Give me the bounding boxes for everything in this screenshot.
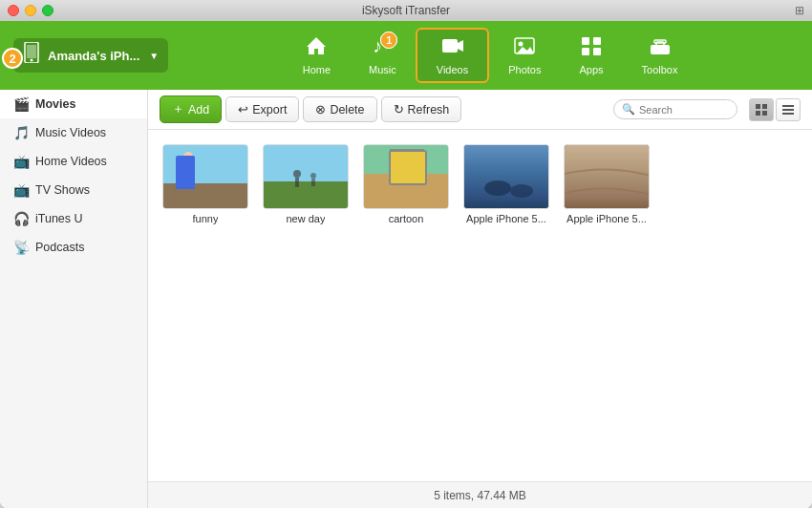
sidebar-item-itunes-u[interactable]: 🎧 iTunes U bbox=[0, 204, 147, 233]
sidebar-movies-label: Movies bbox=[35, 97, 75, 111]
svg-rect-29 bbox=[264, 181, 349, 209]
svg-rect-39 bbox=[464, 145, 549, 209]
video-item-funny[interactable]: funny bbox=[162, 144, 248, 224]
delete-icon: ⊗ bbox=[315, 102, 326, 116]
itunes-icon: 🎧 bbox=[13, 211, 30, 226]
toolbar: 2 Amanda's iPh... ▼ Ho bbox=[0, 21, 812, 90]
tab-videos-label: Videos bbox=[437, 64, 468, 75]
content-area: ＋ Add ↩ Export ⊗ Delete ↻ Refresh 🔍 bbox=[148, 90, 812, 508]
export-button[interactable]: ↩ Export bbox=[225, 96, 299, 122]
svg-point-27 bbox=[183, 152, 193, 161]
svg-rect-11 bbox=[593, 37, 601, 45]
svg-rect-36 bbox=[391, 150, 423, 183]
video-label-funny: funny bbox=[193, 213, 219, 224]
main-layout: 🎬 Movies 🎵 Music Videos 📺 Home Videos 📺 … bbox=[0, 90, 812, 508]
tab-music-label: Music bbox=[369, 64, 396, 75]
video-thumb-newday bbox=[263, 144, 349, 209]
grid-view-button[interactable] bbox=[749, 98, 774, 121]
close-button[interactable] bbox=[8, 5, 19, 16]
toolbox-icon bbox=[649, 35, 672, 62]
svg-marker-3 bbox=[307, 37, 326, 54]
status-text: 5 items, 47.44 MB bbox=[434, 489, 526, 502]
video-thumb-iphone1 bbox=[463, 144, 549, 209]
video-item-iphone1[interactable]: Apple iPhone 5... bbox=[463, 144, 549, 224]
export-label: Export bbox=[252, 103, 287, 116]
titlebar: iSkysoft iTransfer ⊞ bbox=[0, 0, 812, 21]
svg-rect-24 bbox=[163, 145, 248, 183]
delete-label: Delete bbox=[330, 103, 364, 116]
tab-home[interactable]: Home bbox=[284, 30, 350, 81]
refresh-button[interactable]: ↻ Refresh bbox=[381, 96, 462, 122]
minimize-button[interactable] bbox=[25, 5, 36, 16]
svg-rect-37 bbox=[395, 155, 403, 162]
svg-point-30 bbox=[293, 170, 301, 178]
svg-rect-28 bbox=[264, 145, 349, 181]
svg-rect-18 bbox=[762, 104, 767, 109]
tab-photos[interactable]: Photos bbox=[489, 30, 560, 81]
device-name: Amanda's iPh... bbox=[48, 49, 139, 63]
tab-toolbox-label: Toolbox bbox=[642, 64, 678, 75]
sidebar: 🎬 Movies 🎵 Music Videos 📺 Home Videos 📺 … bbox=[0, 90, 148, 508]
sidebar-item-home-videos[interactable]: 📺 Home Videos bbox=[0, 147, 147, 176]
svg-rect-13 bbox=[593, 48, 601, 55]
add-label: Add bbox=[188, 103, 209, 116]
tv-icon: 📺 bbox=[13, 182, 30, 198]
sidebar-item-movies[interactable]: 🎬 Movies bbox=[0, 90, 147, 118]
status-bar: 5 items, 47.44 MB bbox=[148, 481, 812, 508]
search-box[interactable]: 🔍 bbox=[613, 99, 737, 119]
svg-point-8 bbox=[519, 42, 524, 47]
maximize-button[interactable] bbox=[42, 5, 53, 16]
export-icon: ↩ bbox=[238, 102, 248, 116]
video-item-newday[interactable]: new day bbox=[263, 144, 349, 224]
svg-rect-35 bbox=[364, 174, 449, 209]
sidebar-tv-shows-label: TV Shows bbox=[35, 183, 90, 197]
svg-rect-19 bbox=[756, 111, 760, 116]
music-icon: ♪ 1 1 bbox=[371, 35, 394, 62]
sidebar-item-tv-shows[interactable]: 📺 TV Shows bbox=[0, 176, 147, 204]
refresh-icon: ↻ bbox=[394, 102, 404, 116]
video-item-cartoon[interactable]: cartoon bbox=[363, 144, 449, 224]
sidebar-itunes-label: iTunes U bbox=[35, 212, 83, 225]
sidebar-item-music-videos[interactable]: 🎵 Music Videos bbox=[0, 118, 147, 147]
sidebar-item-podcasts[interactable]: 📡 Podcasts bbox=[0, 233, 147, 262]
apps-icon bbox=[580, 35, 603, 62]
music-video-icon: 🎵 bbox=[13, 125, 30, 140]
svg-point-41 bbox=[510, 184, 533, 198]
svg-rect-33 bbox=[311, 179, 315, 186]
search-icon: 🔍 bbox=[622, 103, 635, 116]
svg-rect-25 bbox=[163, 183, 248, 209]
nav-tabs: Home ♪ 1 1 Music bbox=[178, 28, 802, 83]
video-label-iphone2: Apple iPhone 5... bbox=[566, 213, 647, 224]
tab-apps[interactable]: Apps bbox=[560, 30, 622, 81]
action-bar: ＋ Add ↩ Export ⊗ Delete ↻ Refresh 🔍 bbox=[148, 90, 812, 130]
list-view-button[interactable] bbox=[776, 98, 801, 121]
video-label-newday: new day bbox=[287, 213, 326, 224]
add-button[interactable]: ＋ Add bbox=[160, 95, 222, 123]
window-icon: ⊞ bbox=[795, 4, 804, 17]
sidebar-music-videos-label: Music Videos bbox=[35, 126, 106, 139]
svg-point-32 bbox=[310, 173, 316, 179]
tab-photos-label: Photos bbox=[508, 64, 541, 75]
svg-point-2 bbox=[31, 59, 33, 62]
refresh-label: Refresh bbox=[408, 103, 450, 116]
video-thumb-funny bbox=[162, 144, 248, 209]
home-icon bbox=[305, 35, 328, 62]
svg-rect-34 bbox=[364, 145, 449, 174]
tab-toolbox[interactable]: Toolbox bbox=[623, 30, 697, 81]
delete-button[interactable]: ⊗ Delete bbox=[303, 96, 376, 122]
device-phone-icon bbox=[23, 42, 40, 69]
svg-marker-9 bbox=[517, 47, 534, 53]
svg-rect-17 bbox=[756, 104, 760, 109]
video-item-iphone2[interactable]: Apple iPhone 5... bbox=[564, 144, 650, 224]
music-badge: 1 bbox=[380, 32, 397, 49]
search-input[interactable] bbox=[639, 104, 725, 116]
dropdown-arrow-icon: ▼ bbox=[149, 51, 159, 61]
film-icon: 🎬 bbox=[13, 96, 30, 112]
svg-rect-22 bbox=[782, 109, 794, 111]
photos-icon bbox=[513, 35, 536, 62]
podcast-icon: 📡 bbox=[13, 240, 30, 255]
tab-videos[interactable]: Videos bbox=[416, 28, 489, 83]
device-selector[interactable]: Amanda's iPh... ▼ bbox=[13, 38, 168, 73]
svg-point-40 bbox=[484, 180, 511, 196]
tab-music[interactable]: ♪ 1 1 Music bbox=[350, 30, 416, 81]
